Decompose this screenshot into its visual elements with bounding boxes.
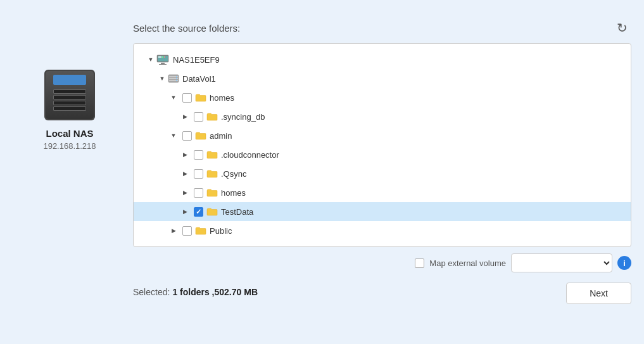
svg-point-13 xyxy=(176,80,177,81)
checkbox-admin[interactable] xyxy=(182,131,192,141)
nas-drives xyxy=(53,89,86,111)
qsync-label: .Qsync xyxy=(221,169,246,179)
nas-screen xyxy=(53,75,86,85)
selected-row: Selected: 1 folders ,502.70 MB xyxy=(133,287,258,297)
svg-rect-5 xyxy=(161,63,165,64)
checkbox-cloudconnector[interactable] xyxy=(194,150,203,160)
nas-drive-4 xyxy=(53,106,86,111)
svg-rect-3 xyxy=(162,56,163,58)
map-external-volume-checkbox[interactable] xyxy=(415,258,424,268)
nas-label: Local NAS xyxy=(46,128,93,139)
tree-row-admin[interactable]: admin xyxy=(134,126,631,145)
nas-name-label: NAS1E5EF9 xyxy=(173,55,220,65)
expander-datavol[interactable] xyxy=(156,75,168,82)
tree-row-syncing-db[interactable]: .syncing_db xyxy=(134,107,631,126)
folder-icon-homes xyxy=(195,93,206,102)
homes-admin-label: homes xyxy=(221,188,246,198)
syncing-db-label: .syncing_db xyxy=(221,112,265,122)
tree-row-cloudconnector[interactable]: .cloudconnector xyxy=(134,145,631,164)
expander-syncing-db[interactable] xyxy=(179,113,191,120)
svg-rect-2 xyxy=(158,56,161,58)
tree-row-nas[interactable]: NAS1E5EF9 xyxy=(134,50,631,69)
folder-icon-qsync xyxy=(206,169,218,178)
folder-icon-public xyxy=(195,226,206,235)
tree-row-qsync[interactable]: .Qsync xyxy=(134,164,631,183)
folder-icon-homes-admin xyxy=(206,188,218,197)
folder-tree: NAS1E5EF9 xyxy=(133,43,631,247)
nas-drive-2 xyxy=(53,95,86,99)
map-volume-dropdown[interactable] xyxy=(511,253,612,272)
tree-row-homes[interactable]: homes xyxy=(134,88,631,107)
checkbox-homes-admin[interactable] xyxy=(194,188,203,198)
svg-rect-4 xyxy=(164,56,165,58)
bottom-area: Map external volume i Selected: 1 folder… xyxy=(133,253,631,304)
folder-icon-cloudconnector xyxy=(206,150,218,159)
svg-point-11 xyxy=(176,76,177,77)
panel-header: Select the source folders: ↻ xyxy=(133,19,631,37)
nas-drive-3 xyxy=(53,101,86,105)
folder-icon-syncing-db xyxy=(206,112,218,121)
next-button[interactable]: Next xyxy=(566,283,631,304)
public-label: Public xyxy=(210,226,232,236)
nas-tree-icon xyxy=(156,54,169,65)
testdata-label: TestData xyxy=(221,207,253,217)
expander-cloudconnector[interactable] xyxy=(179,151,191,158)
footer-row: Next xyxy=(566,283,631,304)
tree-row-homes-admin[interactable]: homes xyxy=(134,183,631,202)
expander-qsync[interactable] xyxy=(179,170,191,177)
map-volume-label: Map external volume xyxy=(429,258,506,268)
tree-inner: NAS1E5EF9 xyxy=(134,44,631,246)
volume-icon xyxy=(168,74,179,83)
right-panel: Select the source folders: ↻ xyxy=(127,19,631,304)
selected-label: Selected: xyxy=(133,287,170,297)
homes-label: homes xyxy=(210,93,234,103)
expander-testdata[interactable] xyxy=(179,208,191,215)
expander-homes[interactable] xyxy=(168,94,179,101)
cloudconnector-label: .cloudconnector xyxy=(221,150,279,160)
svg-rect-6 xyxy=(159,64,167,65)
refresh-button[interactable]: ↻ xyxy=(613,19,631,37)
tree-row-public[interactable]: Public xyxy=(134,221,631,240)
nas-device-image xyxy=(44,70,95,120)
info-button[interactable]: i xyxy=(617,256,631,270)
expander-admin[interactable] xyxy=(168,132,179,139)
map-volume-dropdown-wrapper xyxy=(511,253,612,272)
svg-point-12 xyxy=(176,78,177,79)
admin-label: admin xyxy=(210,131,232,141)
nas-drive-1 xyxy=(53,89,86,94)
checkbox-testdata[interactable] xyxy=(194,207,203,217)
folder-icon-admin xyxy=(195,131,206,140)
expander-homes-admin[interactable] xyxy=(179,189,191,196)
checkbox-public[interactable] xyxy=(182,226,192,236)
tree-row-datavol[interactable]: DataVol1 xyxy=(134,69,631,88)
checkbox-homes[interactable] xyxy=(182,93,192,103)
left-panel: Local NAS 192.168.1.218 xyxy=(13,19,127,151)
selected-value: 1 folders ,502.70 MB xyxy=(172,287,258,297)
datavol-label: DataVol1 xyxy=(182,74,216,84)
nas-ip: 192.168.1.218 xyxy=(43,141,96,151)
checkbox-qsync[interactable] xyxy=(194,169,203,179)
tree-row-testdata[interactable]: TestData xyxy=(134,202,631,221)
checkbox-syncing-db[interactable] xyxy=(194,112,203,122)
expander-public[interactable] xyxy=(168,227,179,234)
expander-nas[interactable] xyxy=(145,56,156,63)
map-volume-row: Map external volume i xyxy=(133,253,631,272)
folder-icon-testdata xyxy=(206,207,218,216)
panel-title: Select the source folders: xyxy=(133,23,240,34)
footer-bar: Selected: 1 folders ,502.70 MB Next xyxy=(133,280,631,304)
